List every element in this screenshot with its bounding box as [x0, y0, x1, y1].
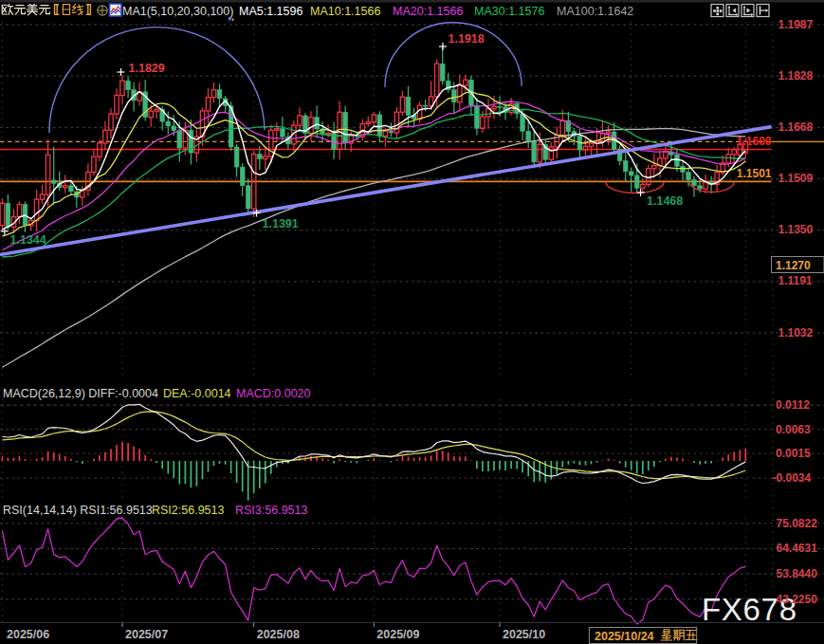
- svg-text:1.1987: 1.1987: [778, 18, 814, 31]
- svg-text:53.8440: 53.8440: [777, 567, 818, 580]
- svg-text:2025/10/24: 2025/10/24: [595, 630, 654, 643]
- svg-text:MA1(5,10,20,30,100): MA1(5,10,20,30,100): [122, 5, 233, 18]
- svg-text:MA30:1.1576: MA30:1.1576: [474, 5, 544, 18]
- svg-text:2025/09: 2025/09: [376, 628, 419, 641]
- svg-text:1.1391: 1.1391: [263, 217, 299, 230]
- svg-text:MA5:1.1596: MA5:1.1596: [239, 5, 302, 18]
- svg-text:2025/10: 2025/10: [503, 628, 545, 641]
- svg-text:0.0112: 0.0112: [776, 398, 810, 412]
- svg-text:MACD(26,12,9) DIFF:-0.0004: MACD(26,12,9) DIFF:-0.0004: [3, 387, 158, 400]
- svg-text:RSI(14,14,14) RSI1:56.9513: RSI(14,14,14) RSI1:56.9513: [3, 504, 153, 517]
- svg-text:1.1668: 1.1668: [778, 120, 814, 134]
- svg-text:1.1270: 1.1270: [776, 259, 811, 272]
- svg-text:1.1344: 1.1344: [10, 233, 46, 247]
- svg-text:2025/07: 2025/07: [125, 628, 168, 641]
- svg-text:1.1828: 1.1828: [778, 69, 814, 83]
- svg-text:-0.0034: -0.0034: [773, 471, 812, 485]
- svg-text:1.1350: 1.1350: [778, 223, 814, 236]
- svg-text:MA20:1.1566: MA20:1.1566: [393, 5, 463, 18]
- svg-text:2025/08: 2025/08: [257, 628, 300, 641]
- svg-text:1.1032: 1.1032: [778, 326, 814, 340]
- svg-text:MACD:0.0020: MACD:0.0020: [236, 387, 311, 400]
- svg-text:1.1191: 1.1191: [778, 274, 813, 287]
- svg-text:MA10:1.1566: MA10:1.1566: [310, 5, 380, 18]
- svg-text:0.0063: 0.0063: [776, 423, 811, 436]
- svg-text:2025/06: 2025/06: [7, 628, 49, 641]
- svg-text:RSI2:56.9513: RSI2:56.9513: [152, 504, 224, 517]
- svg-text:1.1918: 1.1918: [449, 32, 485, 46]
- svg-text:DEA:-0.0014: DEA:-0.0014: [163, 387, 231, 400]
- svg-text:1.1468: 1.1468: [647, 194, 683, 208]
- svg-text:1.1501: 1.1501: [737, 167, 772, 180]
- svg-text:43.2250: 43.2250: [777, 593, 818, 606]
- svg-text:64.4631: 64.4631: [777, 542, 818, 555]
- svg-text:MA100:1.1642: MA100:1.1642: [557, 5, 633, 18]
- svg-text:1.1829: 1.1829: [129, 62, 165, 75]
- svg-text:RSI3:56.9513: RSI3:56.9513: [235, 504, 307, 517]
- svg-text:1.1509: 1.1509: [778, 172, 814, 185]
- svg-text:75.0822: 75.0822: [777, 517, 818, 530]
- svg-text:1.1600: 1.1600: [737, 135, 772, 148]
- svg-text:0.0015: 0.0015: [776, 447, 811, 460]
